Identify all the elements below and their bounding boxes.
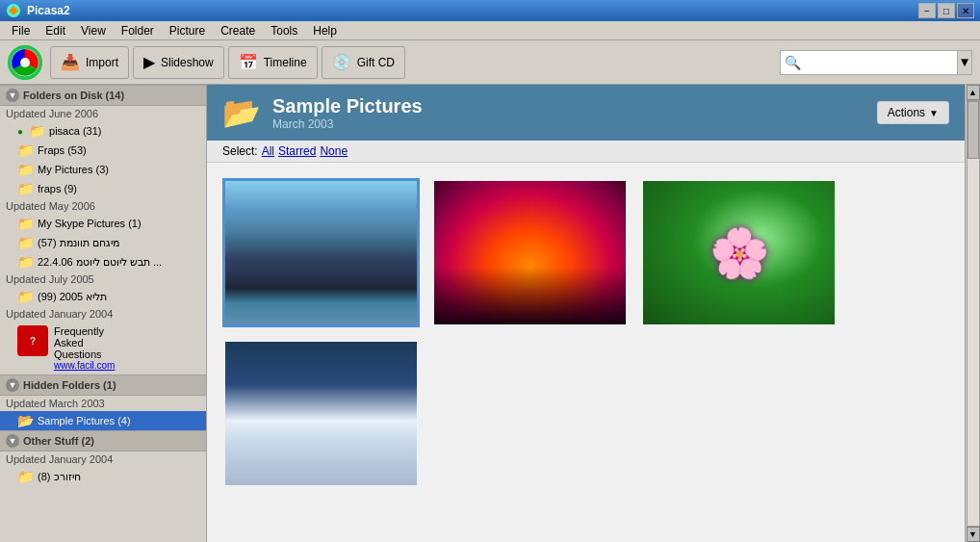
folder-label: pisaca (31) — [49, 125, 101, 137]
menu-file[interactable]: File — [4, 22, 38, 39]
folder-fraps[interactable]: 📁 Fraps (53) — [0, 141, 206, 160]
actions-label: Actions — [888, 106, 925, 119]
content-header: 📂 Sample Pictures March 2003 Actions ▼ — [207, 85, 965, 141]
timeline-icon: 📅 — [239, 53, 258, 71]
folder-label: Sample Pictures (4) — [38, 415, 131, 426]
folder-label: My Pictures (3) — [38, 164, 109, 175]
folder-icon: 📁 — [17, 235, 34, 250]
timeline-button[interactable]: 📅 Timeline — [228, 46, 318, 79]
other-stuff-label: Other Stuff (2) — [23, 435, 94, 447]
folder-big-icon: 📂 — [222, 94, 261, 131]
app-title: Picasa2 — [27, 4, 70, 17]
gift-cd-button[interactable]: 💿 Gift CD — [322, 46, 405, 79]
select-none-link[interactable]: None — [320, 144, 348, 158]
photo-flowers[interactable]: 🌸 — [640, 178, 838, 327]
sunset-image — [434, 181, 626, 324]
title-bar-left: Picasa2 — [6, 3, 70, 18]
folders-chevron-icon: ▼ — [6, 89, 19, 102]
faq-item[interactable]: ? FrequentlyAskedQuestions www.facil.com — [0, 322, 206, 374]
main-layout: ▼ Folders on Disk (14) Updated June 2006… — [0, 85, 980, 542]
folder-icon: 📁 — [17, 162, 34, 177]
folder-label: תליא 2005 (99) — [38, 291, 107, 303]
scrollbar-down-button[interactable]: ▼ — [967, 527, 980, 542]
faq-url: www.facil.com — [54, 360, 115, 371]
import-icon: 📥 — [61, 53, 80, 71]
date-may-2006: Updated May 2006 — [0, 198, 206, 214]
menu-help[interactable]: Help — [305, 22, 345, 39]
title-bar: Picasa2 − □ ✕ — [0, 0, 980, 21]
other-stuff-header[interactable]: ▼ Other Stuff (2) — [0, 430, 206, 452]
minimize-button[interactable]: − — [918, 3, 936, 18]
search-icon: 🔍 — [781, 55, 805, 70]
gift-cd-icon: 💿 — [332, 53, 351, 71]
actions-button[interactable]: Actions ▼ — [877, 101, 949, 124]
content-title-group: Sample Pictures March 2003 — [272, 95, 423, 131]
faq-content: FrequentlyAskedQuestions www.facil.com — [54, 325, 115, 371]
menu-folder[interactable]: Folder — [114, 22, 162, 39]
right-panel: 📂 Sample Pictures March 2003 Actions ▼ S… — [207, 85, 980, 542]
scrollbar-track — [967, 100, 980, 527]
maximize-button[interactable]: □ — [938, 3, 955, 18]
slideshow-icon: ▶ — [143, 53, 155, 71]
date-june-2006: Updated June 2006 — [0, 106, 206, 121]
folders-on-disk-header[interactable]: ▼ Folders on Disk (14) — [0, 85, 206, 106]
hidden-chevron-icon: ▼ — [6, 378, 19, 392]
select-starred-link[interactable]: Starred — [278, 144, 316, 158]
picasa-logo-icon — [6, 3, 21, 18]
folder-icon: 📁 — [29, 123, 45, 139]
photo-grid: 🌸 — [207, 163, 965, 542]
active-dot-icon: ● — [17, 126, 23, 137]
search-input[interactable] — [805, 51, 957, 74]
close-button[interactable]: ✕ — [957, 3, 974, 18]
import-button[interactable]: 📥 Import — [50, 46, 129, 79]
folder-pisaca[interactable]: ● 📁 pisaca (31) — [0, 121, 206, 141]
folder-skype[interactable]: 📁 My Skype Pictures (1) — [0, 214, 206, 233]
folder-my-pictures[interactable]: 📁 My Pictures (3) — [0, 160, 206, 179]
menu-picture[interactable]: Picture — [162, 22, 213, 39]
search-dropdown-button[interactable]: ▼ — [957, 51, 971, 74]
title-bar-controls: − □ ✕ — [918, 3, 974, 18]
folder-label: תבש ליוטם ליוטמ 22.4.06 ... — [38, 256, 162, 269]
menu-edit[interactable]: Edit — [38, 22, 73, 39]
folder-talia2005[interactable]: 📁 תליא 2005 (99) — [0, 287, 206, 306]
date-july-2005: Updated July 2005 — [0, 271, 206, 287]
folder-hebrew1[interactable]: 📁 מיגחם תוונמת (57) — [0, 233, 206, 252]
folder-label: My Skype Pictures (1) — [38, 218, 142, 229]
folder-hebrew3[interactable]: 📁 חיזורכ (8) — [0, 467, 206, 486]
folder-label: מיגחם תוונמת (57) — [38, 237, 119, 249]
select-all-link[interactable]: All — [262, 144, 274, 158]
folder-icon: 📁 — [17, 181, 34, 196]
date-jan-2004-other: Updated January 2004 — [0, 452, 206, 467]
folders-header-label: Folders on Disk (14) — [23, 90, 124, 101]
menu-tools[interactable]: Tools — [263, 22, 305, 39]
content-header-left: 📂 Sample Pictures March 2003 — [222, 94, 423, 131]
scrollbar-thumb[interactable] — [967, 101, 979, 159]
svg-point-2 — [20, 58, 30, 67]
menu-create[interactable]: Create — [213, 22, 263, 39]
folder-icon: 📁 — [17, 216, 34, 231]
photo-sunset[interactable] — [431, 178, 629, 327]
faq-text: FrequentlyAskedQuestions — [54, 325, 115, 360]
folder-sample-pictures[interactable]: 📂 Sample Pictures (4) — [0, 411, 206, 430]
folder-hebrew2[interactable]: 📁 תבש ליוטם ליוטמ 22.4.06 ... — [0, 252, 206, 271]
menu-view[interactable]: View — [73, 22, 114, 39]
winter-image — [225, 342, 417, 485]
select-label: Select: — [222, 144, 258, 158]
folder-fraps2[interactable]: 📁 fraps (9) — [0, 179, 206, 198]
content-area: 📂 Sample Pictures March 2003 Actions ▼ S… — [207, 85, 965, 542]
folder-label: fraps (9) — [38, 183, 77, 194]
date-march-2003: Updated March 2003 — [0, 396, 206, 411]
folder-label: חיזורכ (8) — [38, 471, 81, 483]
slideshow-button[interactable]: ▶ Slideshow — [133, 46, 224, 79]
scrollbar-up-button[interactable]: ▲ — [967, 85, 980, 100]
mountains-image — [225, 181, 417, 324]
content-subtitle: March 2003 — [272, 117, 423, 131]
content-scrollbar[interactable]: ▲ ▼ — [965, 85, 980, 542]
photo-mountains[interactable] — [222, 178, 420, 327]
picasa-wheel-icon — [8, 45, 42, 80]
photo-winter[interactable] — [222, 339, 420, 488]
flowers-image: 🌸 — [643, 181, 835, 324]
toolbar: 📥 Import ▶ Slideshow 📅 Timeline 💿 Gift C… — [0, 40, 980, 85]
folder-icon: 📁 — [17, 469, 34, 484]
hidden-folders-header[interactable]: ▼ Hidden Folders (1) — [0, 374, 206, 396]
